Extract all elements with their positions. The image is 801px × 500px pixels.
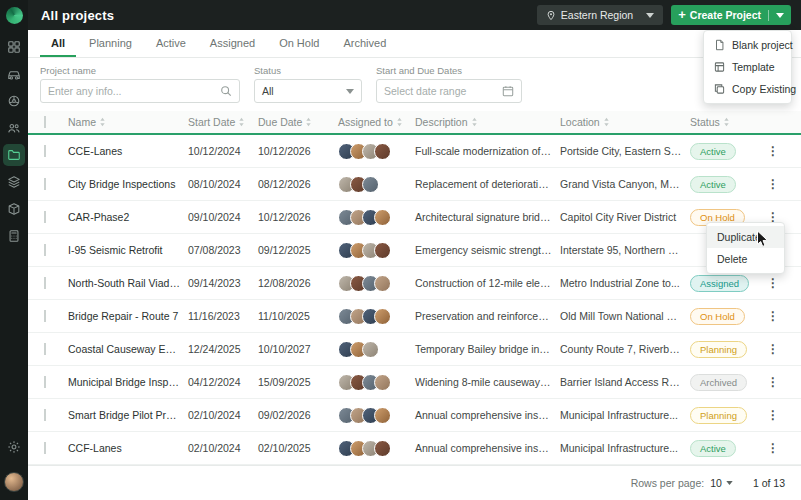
sidebar-item-layers[interactable] xyxy=(3,171,25,193)
assignee-avatars[interactable] xyxy=(338,374,407,391)
project-name: CCF-Lanes xyxy=(64,442,184,454)
table-row[interactable]: CCE-Lanes10/12/202410/12/2026Full-scale … xyxy=(28,135,801,168)
row-checkbox[interactable] xyxy=(44,178,46,190)
tab-planning[interactable]: Planning xyxy=(78,30,143,57)
row-checkbox[interactable] xyxy=(44,442,46,454)
table-row[interactable]: City Bridge Inspections08/10/202408/12/2… xyxy=(28,168,801,201)
sort-icon[interactable] xyxy=(396,117,403,127)
table-row[interactable]: Bridge Repair - Route 711/16/202311/10/2… xyxy=(28,300,801,333)
sidebar-item-reports[interactable] xyxy=(3,225,25,247)
row-checkbox[interactable] xyxy=(44,310,46,322)
sidebar-item-dashboard[interactable] xyxy=(3,36,25,58)
column-header-status[interactable]: Status xyxy=(686,116,761,128)
column-header-assigned-to[interactable]: Assigned to xyxy=(334,116,411,128)
table-row[interactable]: North-South Rail Viaduct09/14/202312/08/… xyxy=(28,267,801,300)
column-header-location[interactable]: Location xyxy=(556,116,686,128)
date-range-field[interactable]: Select date range xyxy=(376,79,522,103)
row-menu-button[interactable]: ⋮ xyxy=(765,342,779,356)
table-row[interactable]: Coastal Causeway Expansion12/24/202510/1… xyxy=(28,333,801,366)
assignee-avatars[interactable] xyxy=(338,440,407,457)
row-checkbox[interactable] xyxy=(44,343,46,355)
assignee-avatars[interactable] xyxy=(338,341,407,358)
row-menu-button[interactable]: ⋮ xyxy=(765,408,779,422)
table-row[interactable]: CCF-Lanes02/10/202402/10/2025Annual comp… xyxy=(28,432,801,465)
rows-per-page-select[interactable]: 10 xyxy=(710,477,733,489)
row-checkbox[interactable] xyxy=(44,277,46,289)
row-checkbox[interactable] xyxy=(44,244,46,256)
sidebar-item-vehicles[interactable] xyxy=(3,63,25,85)
sort-icon[interactable] xyxy=(99,117,106,127)
row-menu-button[interactable]: ⋮ xyxy=(765,441,779,455)
tab-all[interactable]: All xyxy=(40,30,76,57)
row-menu-button[interactable]: ⋮ xyxy=(765,276,779,290)
project-name-field xyxy=(40,79,240,103)
pagination-info: 1 of 13 xyxy=(753,477,785,489)
status-badge: Active xyxy=(690,440,736,457)
row-menu-button[interactable]: ⋮ xyxy=(765,309,779,323)
project-description: Annual comprehensive inspecti... xyxy=(411,409,556,421)
row-checkbox[interactable] xyxy=(44,409,46,421)
project-name: North-South Rail Viaduct xyxy=(64,277,184,289)
project-name-input[interactable] xyxy=(48,85,220,97)
menu-item-template[interactable]: Template xyxy=(704,56,791,78)
region-selector[interactable]: Eastern Region xyxy=(537,5,663,25)
app-logo[interactable] xyxy=(6,7,23,24)
tab-on-hold[interactable]: On Hold xyxy=(268,30,330,57)
menu-item-copy-existing[interactable]: Copy Existing xyxy=(704,78,791,100)
create-project-label: Create Project xyxy=(690,9,761,21)
context-menu-item-delete[interactable]: Delete xyxy=(707,248,784,270)
sort-icon[interactable] xyxy=(471,117,478,127)
assignee-avatars[interactable] xyxy=(338,308,407,325)
calendar-icon xyxy=(502,85,514,97)
assignee-avatars[interactable] xyxy=(338,176,407,193)
row-checkbox[interactable] xyxy=(44,376,46,388)
tab-archived[interactable]: Archived xyxy=(332,30,397,57)
assignee-avatars[interactable] xyxy=(338,242,407,259)
chevron-down-icon[interactable] xyxy=(776,13,784,18)
table-row[interactable]: CAR-Phase209/10/202410/12/2026Architectu… xyxy=(28,201,801,234)
sidebar-item-team[interactable] xyxy=(3,117,25,139)
select-all-checkbox[interactable] xyxy=(44,116,46,128)
sidebar-item-inventory[interactable] xyxy=(3,198,25,220)
project-description: Annual comprehensive inspecti... xyxy=(411,442,556,454)
table-row[interactable]: Municipal Bridge Inspection04/12/202415/… xyxy=(28,366,801,399)
create-project-button[interactable]: + Create Project xyxy=(671,5,791,25)
column-header-due-date[interactable]: Due Date xyxy=(254,116,334,128)
context-menu-item-duplicate[interactable]: Duplicate xyxy=(707,226,784,248)
sort-icon[interactable] xyxy=(305,117,312,127)
tab-assigned[interactable]: Assigned xyxy=(199,30,266,57)
sort-icon[interactable] xyxy=(603,117,610,127)
status-select[interactable]: All xyxy=(254,79,362,103)
row-menu-button[interactable]: ⋮ xyxy=(765,375,779,389)
sort-icon[interactable] xyxy=(723,117,730,127)
sort-icon[interactable] xyxy=(238,117,245,127)
column-header-start-date[interactable]: Start Date xyxy=(184,116,254,128)
reports-icon xyxy=(7,229,21,243)
button-divider xyxy=(768,10,769,21)
project-name: CCE-Lanes xyxy=(64,145,184,157)
start-date: 02/10/2024 xyxy=(184,442,254,454)
menu-item-blank-project[interactable]: Blank project xyxy=(704,34,791,56)
due-date: 10/10/2027 xyxy=(254,343,334,355)
table-row[interactable]: Smart Bridge Pilot Project02/10/202409/0… xyxy=(28,399,801,432)
filter-project-name: Project name xyxy=(40,65,240,103)
search-icon xyxy=(220,85,232,97)
assignee-avatars[interactable] xyxy=(338,143,407,160)
column-header-description[interactable]: Description xyxy=(411,116,556,128)
sidebar-item-projects[interactable] xyxy=(3,144,25,166)
column-header-name[interactable]: Name xyxy=(64,116,184,128)
assignee-avatars[interactable] xyxy=(338,275,407,292)
assignee-avatars[interactable] xyxy=(338,407,407,424)
row-checkbox[interactable] xyxy=(44,145,46,157)
status-badge: Active xyxy=(690,176,736,193)
sidebar-item-settings[interactable] xyxy=(3,436,25,458)
row-menu-button[interactable]: ⋮ xyxy=(765,177,779,191)
assignee-avatars[interactable] xyxy=(338,209,407,226)
tab-active[interactable]: Active xyxy=(145,30,197,57)
row-checkbox[interactable] xyxy=(44,211,46,223)
table-row[interactable]: I-95 Seismic Retrofit07/08/202309/12/202… xyxy=(28,234,801,267)
user-avatar[interactable] xyxy=(4,472,24,492)
operations-icon xyxy=(7,94,21,108)
row-menu-button[interactable]: ⋮ xyxy=(765,144,779,158)
sidebar-item-operations[interactable] xyxy=(3,90,25,112)
